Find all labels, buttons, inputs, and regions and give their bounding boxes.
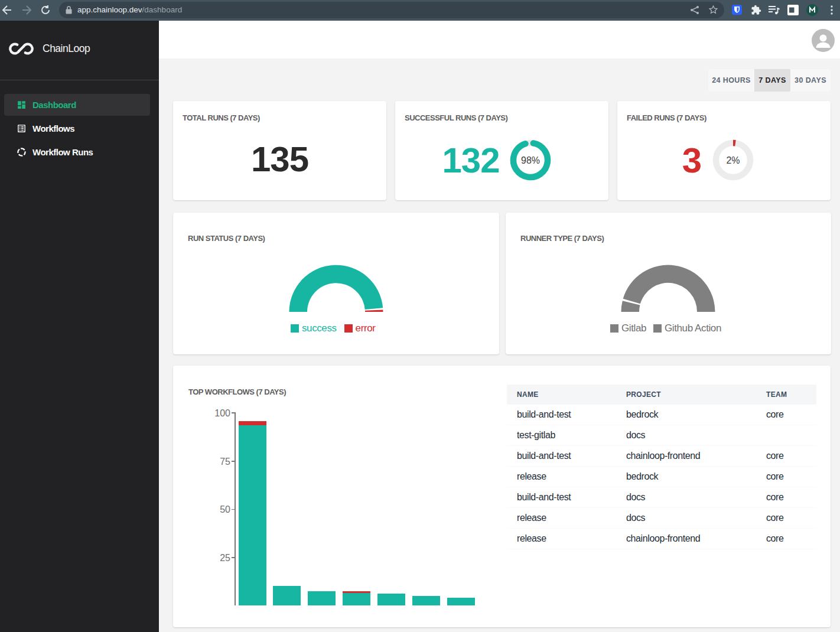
svg-text:2%: 2% [727, 155, 740, 165]
svg-text:98%: 98% [521, 155, 540, 165]
